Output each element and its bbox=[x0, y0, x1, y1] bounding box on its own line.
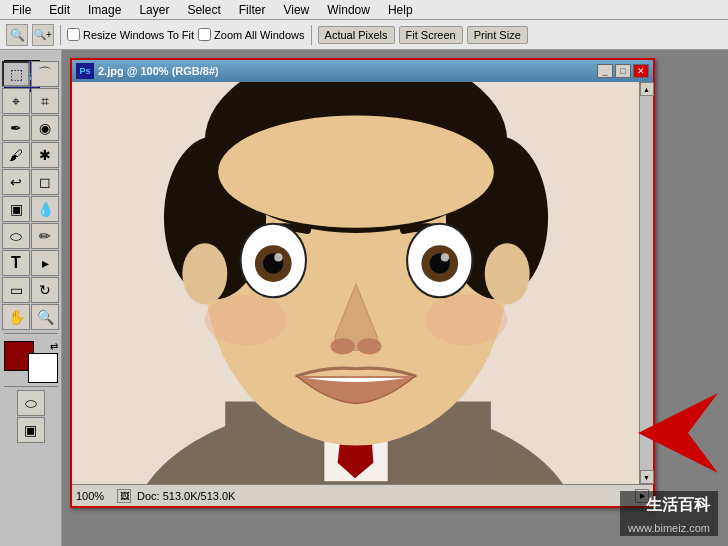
shape-tool[interactable]: ▭ bbox=[2, 277, 30, 303]
zoom-tool-icon[interactable]: 🔍 bbox=[6, 24, 28, 46]
menu-select[interactable]: Select bbox=[179, 1, 228, 19]
tool-row-5: ↩ ◻ bbox=[2, 169, 59, 195]
screen-mode-button[interactable]: ▣ bbox=[17, 417, 45, 443]
watermark-url: www.bimeiz.com bbox=[620, 520, 718, 536]
status-bar: 100% 🖼 Doc: 513.0K/513.0K ▶ bbox=[72, 484, 653, 506]
doc-title: 2.jpg @ 100% (RGB/8#) bbox=[98, 65, 593, 77]
canvas-area[interactable] bbox=[72, 82, 639, 484]
svg-point-21 bbox=[357, 338, 382, 354]
brush-tool[interactable]: 🖌 bbox=[2, 142, 30, 168]
crop-tool[interactable]: ⌗ bbox=[31, 88, 59, 114]
lasso-tool[interactable]: ⌒ bbox=[31, 61, 59, 87]
minimize-button[interactable]: _ bbox=[597, 64, 613, 78]
doc-ps-logo: Ps bbox=[76, 63, 94, 79]
quick-select-tool[interactable]: ⌖ bbox=[2, 88, 30, 114]
gradient-tool[interactable]: ▣ bbox=[2, 196, 30, 222]
tool-row-2: ⌖ ⌗ bbox=[2, 88, 59, 114]
zoom-level: 100% bbox=[76, 490, 111, 502]
menu-layer[interactable]: Layer bbox=[131, 1, 177, 19]
screen-mode-row: ▣ bbox=[17, 417, 45, 443]
main-area: Ps ⬚ ⌒ ⌖ ⌗ ✒ ◉ 🖌 ✱ ↩ ◻ ▣ 💧 ⬭ ✏ bbox=[0, 50, 728, 546]
photo-svg bbox=[72, 82, 639, 484]
toolbar-separator-1 bbox=[60, 25, 61, 45]
tool-row-8: T ▸ bbox=[2, 250, 59, 276]
tool-divider-2 bbox=[4, 386, 58, 387]
text-tool[interactable]: T bbox=[2, 250, 30, 276]
svg-point-20 bbox=[330, 338, 355, 354]
color-swap-icon[interactable]: ⇄ bbox=[50, 341, 58, 352]
tool-row-1: ⬚ ⌒ bbox=[2, 61, 59, 87]
toolbar-separator-2 bbox=[311, 25, 312, 45]
doc-size: Doc: 513.0K/513.0K bbox=[137, 490, 235, 502]
svg-point-11 bbox=[218, 115, 494, 227]
path-selection-tool[interactable]: ▸ bbox=[31, 250, 59, 276]
dodge-tool[interactable]: ⬭ bbox=[2, 223, 30, 249]
fit-screen-button[interactable]: Fit Screen bbox=[399, 26, 463, 44]
canvas-wrapper: ▲ ▼ bbox=[72, 82, 653, 484]
watermark-chinese: 生活百科 bbox=[620, 491, 718, 520]
photo-content bbox=[72, 82, 639, 484]
doc-controls: _ □ ✕ bbox=[597, 64, 649, 78]
pen-tool[interactable]: ✏ bbox=[31, 223, 59, 249]
blur-tool[interactable]: 💧 bbox=[31, 196, 59, 222]
marquee-tool[interactable]: ⬚ bbox=[2, 61, 30, 87]
eyedropper-tool[interactable]: ✒ bbox=[2, 115, 30, 141]
zoom-all-input[interactable] bbox=[198, 28, 211, 41]
status-icon[interactable]: 🖼 bbox=[117, 489, 131, 503]
clone-stamp-tool[interactable]: ✱ bbox=[31, 142, 59, 168]
history-brush-tool[interactable]: ↩ bbox=[2, 169, 30, 195]
resize-windows-checkbox[interactable]: Resize Windows To Fit bbox=[67, 28, 194, 41]
background-color[interactable] bbox=[28, 353, 58, 383]
scroll-up-arrow[interactable]: ▲ bbox=[640, 82, 654, 96]
menu-bar: File Edit Image Layer Select Filter View… bbox=[0, 0, 728, 20]
menu-window[interactable]: Window bbox=[319, 1, 378, 19]
mode-row: ⬭ bbox=[17, 390, 45, 416]
menu-filter[interactable]: Filter bbox=[231, 1, 274, 19]
red-arrow-container bbox=[598, 383, 718, 486]
menu-edit[interactable]: Edit bbox=[41, 1, 78, 19]
actual-pixels-button[interactable]: Actual Pixels bbox=[318, 26, 395, 44]
quick-mask-tool[interactable]: ⬭ bbox=[17, 390, 45, 416]
tool-row-4: 🖌 ✱ bbox=[2, 142, 59, 168]
svg-point-18 bbox=[274, 253, 282, 261]
tool-row-10: ✋ 🔍 bbox=[2, 304, 59, 330]
maximize-button[interactable]: □ bbox=[615, 64, 631, 78]
menu-view[interactable]: View bbox=[275, 1, 317, 19]
hand-tool[interactable]: ✋ bbox=[2, 304, 30, 330]
tool-row-7: ⬭ ✏ bbox=[2, 223, 59, 249]
zoom-in-icon[interactable]: 🔍+ bbox=[32, 24, 54, 46]
svg-point-25 bbox=[485, 243, 530, 304]
tool-row-3: ✒ ◉ bbox=[2, 115, 59, 141]
tool-row-9: ▭ ↻ bbox=[2, 277, 59, 303]
print-size-button[interactable]: Print Size bbox=[467, 26, 528, 44]
close-button[interactable]: ✕ bbox=[633, 64, 649, 78]
svg-point-23 bbox=[425, 294, 507, 345]
svg-point-22 bbox=[205, 294, 287, 345]
content-area: Ps 2.jpg @ 100% (RGB/8#) _ □ ✕ bbox=[62, 50, 728, 546]
svg-marker-26 bbox=[638, 393, 718, 473]
doc-titlebar: Ps 2.jpg @ 100% (RGB/8#) _ □ ✕ bbox=[72, 60, 653, 82]
red-arrow-svg bbox=[598, 383, 718, 483]
svg-point-24 bbox=[182, 243, 227, 304]
document-window: Ps 2.jpg @ 100% (RGB/8#) _ □ ✕ bbox=[70, 58, 655, 508]
3d-rotate-tool[interactable]: ↻ bbox=[31, 277, 59, 303]
menu-file[interactable]: File bbox=[4, 1, 39, 19]
toolbar: 🔍 🔍+ Resize Windows To Fit Zoom All Wind… bbox=[0, 20, 728, 50]
menu-image[interactable]: Image bbox=[80, 1, 129, 19]
watermark-container: 生活百科 www.bimeiz.com bbox=[620, 491, 718, 536]
zoom-all-checkbox[interactable]: Zoom All Windows bbox=[198, 28, 304, 41]
menu-help[interactable]: Help bbox=[380, 1, 421, 19]
color-area: ⇄ bbox=[4, 341, 58, 383]
eraser-tool[interactable]: ◻ bbox=[31, 169, 59, 195]
svg-point-19 bbox=[441, 253, 449, 261]
resize-windows-input[interactable] bbox=[67, 28, 80, 41]
toolbox: Ps ⬚ ⌒ ⌖ ⌗ ✒ ◉ 🖌 ✱ ↩ ◻ ▣ 💧 ⬭ ✏ bbox=[0, 50, 62, 546]
tool-divider bbox=[4, 333, 58, 334]
zoom-tool[interactable]: 🔍 bbox=[31, 304, 59, 330]
tool-row-6: ▣ 💧 bbox=[2, 196, 59, 222]
spot-heal-tool[interactable]: ◉ bbox=[31, 115, 59, 141]
